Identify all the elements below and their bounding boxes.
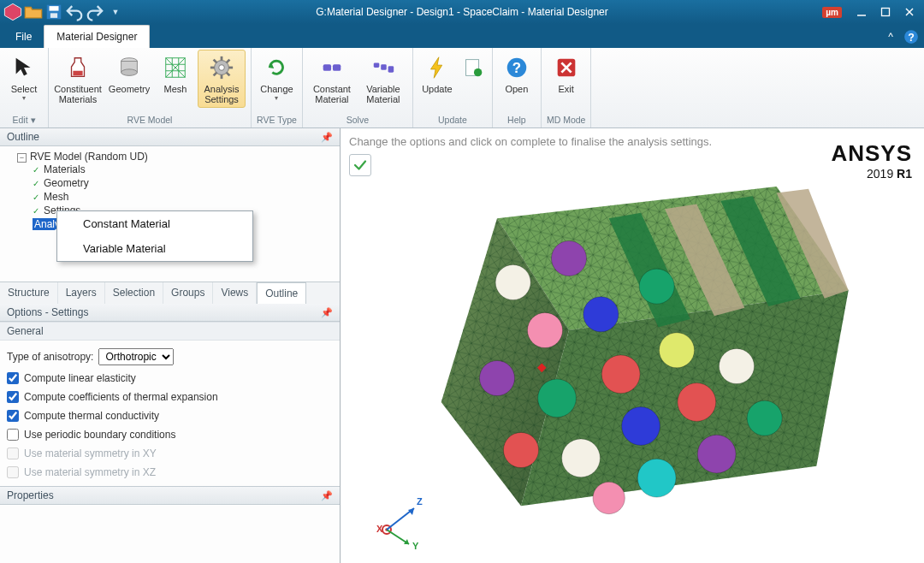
svg-point-72 [747, 400, 782, 436]
mesh-label: Mesh [164, 84, 187, 94]
options-title: Options - Settings [7, 306, 88, 318]
svg-point-21 [219, 65, 225, 71]
title-bar: ▼ G:Material Designer - Design1 - SpaceC… [0, 0, 924, 24]
properties-panel: Properties 📌 [0, 486, 340, 558]
tree-collapse-icon[interactable]: − [17, 153, 27, 163]
open-folder-icon[interactable] [24, 3, 43, 21]
gear-icon [207, 53, 236, 82]
refresh-icon [262, 53, 291, 82]
geometry-cylinder-icon [115, 53, 144, 82]
context-constant-material[interactable]: Constant Material [57, 211, 252, 236]
svg-point-61 [479, 360, 514, 395]
tab-layers[interactable]: Layers [58, 282, 105, 304]
svg-text:?: ? [512, 60, 521, 76]
opt-symmetry-xy: Use material symmetry in XY [7, 444, 333, 463]
opt-thermal-expansion[interactable]: Compute coefficients of thermal expansio… [7, 388, 333, 406]
maximize-button[interactable] [874, 3, 897, 21]
model-preview[interactable] [375, 163, 907, 546]
constituent-materials-button[interactable]: Constituent Materials [54, 50, 102, 108]
lightning-icon [423, 53, 452, 82]
unit-badge[interactable]: µm [822, 7, 842, 18]
svg-line-27 [227, 73, 230, 76]
window-controls: µm [822, 3, 924, 21]
anisotropy-select[interactable]: Orthotropic [98, 348, 174, 365]
viewport[interactable]: Change the options and click on complete… [341, 128, 924, 563]
svg-point-12 [121, 69, 138, 76]
outline-tree[interactable]: −RVE Model (Random UD) ✓Materials ✓Geome… [0, 146, 340, 282]
tab-outline[interactable]: Outline [257, 282, 306, 305]
tree-item-materials[interactable]: ✓Materials [33, 163, 338, 176]
tab-groups[interactable]: Groups [163, 282, 213, 304]
svg-point-60 [639, 269, 674, 304]
redo-icon[interactable] [86, 3, 104, 21]
tab-structure[interactable]: Structure [0, 282, 58, 304]
quick-access-toolbar: ▼ [0, 3, 128, 21]
file-menu[interactable]: File [5, 26, 42, 48]
tab-selection[interactable]: Selection [105, 282, 163, 304]
group-help-label: Help [498, 113, 536, 127]
svg-point-59 [583, 297, 619, 332]
svg-point-71 [697, 435, 736, 473]
svg-rect-3 [50, 13, 57, 18]
svg-rect-31 [333, 64, 341, 71]
tree-item-mesh[interactable]: ✓Mesh [33, 190, 338, 204]
tree-item-geometry[interactable]: ✓Geometry [33, 176, 338, 190]
exit-button[interactable]: Exit [548, 50, 585, 98]
opt-linear-elasticity[interactable]: Compute linear elasticity [7, 369, 333, 388]
main-area: Outline 📌 −RVE Model (Random UD) ✓Materi… [0, 128, 924, 563]
pin-icon[interactable]: 📌 [321, 132, 333, 143]
update-options-button[interactable] [459, 50, 487, 87]
svg-point-65 [622, 407, 660, 446]
complete-check-button[interactable] [349, 154, 371, 176]
variable-eraser-icon [369, 53, 398, 82]
options-section-general: General [0, 322, 340, 341]
svg-rect-5 [882, 9, 890, 16]
qat-dropdown-icon[interactable]: ▼ [106, 3, 125, 21]
mesh-button[interactable]: Mesh [157, 50, 194, 98]
svg-point-70 [637, 459, 676, 497]
group-update-label: Update [418, 113, 487, 127]
analysis-settings-label: Analysis Settings [200, 84, 243, 104]
properties-title: Properties [7, 489, 54, 501]
constant-eraser-icon [317, 53, 346, 82]
svg-point-69 [719, 348, 754, 383]
materials-bottle-icon [63, 53, 92, 82]
geometry-button[interactable]: Geometry [105, 50, 153, 98]
group-solve-label: Solve [308, 113, 407, 127]
exit-close-icon [552, 53, 581, 82]
window-title: G:Material Designer - Design1 - SpaceCla… [316, 6, 607, 18]
context-variable-material[interactable]: Variable Material [57, 236, 252, 261]
ribbon-collapse-icon[interactable]: ^ [883, 29, 898, 44]
update-button[interactable]: Update [418, 50, 456, 98]
tab-row: File Material Designer ^ ? [0, 24, 924, 48]
opt-periodic-bc[interactable]: Use periodic boundary conditions [7, 425, 333, 444]
help-icon[interactable]: ? [903, 29, 919, 44]
open-help-button[interactable]: ? Open [498, 50, 536, 98]
change-button[interactable]: Change ▾ [258, 50, 295, 105]
pin-icon-properties[interactable]: 📌 [321, 490, 333, 501]
svg-text:?: ? [908, 32, 915, 44]
tab-material-designer[interactable]: Material Designer [44, 25, 150, 48]
svg-point-63 [601, 355, 640, 394]
constant-material-button[interactable]: Constant Material [308, 50, 356, 108]
tree-root[interactable]: RVE Model (Random UD) [30, 151, 148, 163]
mesh-grid-icon [161, 53, 190, 82]
variable-material-button[interactable]: Variable Material [359, 50, 407, 108]
group-rve-type-label: RVE Type [257, 113, 297, 127]
minimize-button[interactable] [850, 3, 873, 21]
close-button[interactable] [898, 3, 921, 21]
group-rve-model-label: RVE Model [54, 113, 246, 127]
svg-point-66 [562, 439, 601, 477]
opt-thermal-conductivity[interactable]: Compute thermal conductivity [7, 406, 333, 425]
pin-icon-options[interactable]: 📌 [321, 307, 333, 318]
select-button[interactable]: Select ▾ [5, 50, 43, 105]
undo-icon[interactable] [65, 3, 84, 21]
analysis-settings-button[interactable]: Analysis Settings [198, 50, 246, 108]
tab-views[interactable]: Views [213, 282, 257, 304]
svg-line-29 [214, 73, 217, 76]
svg-point-56 [495, 264, 530, 299]
save-icon[interactable] [44, 3, 63, 21]
outline-tabs: Structure Layers Selection Groups Views … [0, 282, 340, 304]
svg-point-67 [503, 432, 538, 467]
svg-rect-34 [388, 66, 394, 73]
